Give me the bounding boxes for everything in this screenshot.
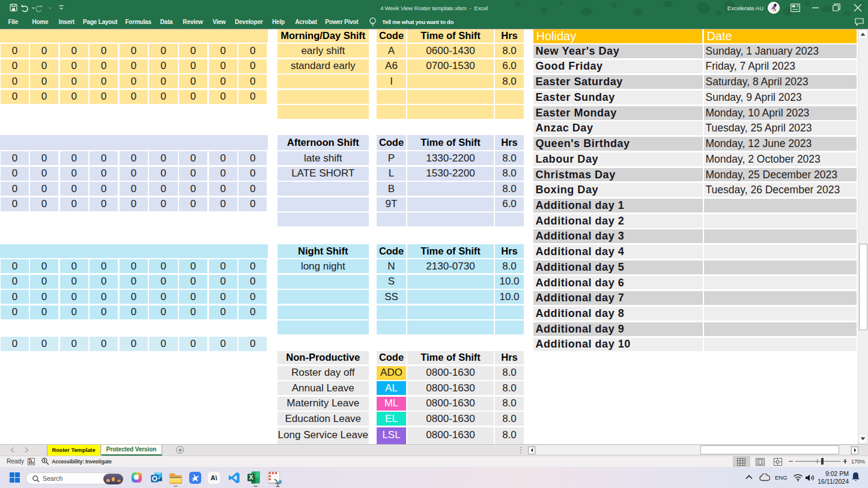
- svg-text:X: X: [249, 474, 253, 481]
